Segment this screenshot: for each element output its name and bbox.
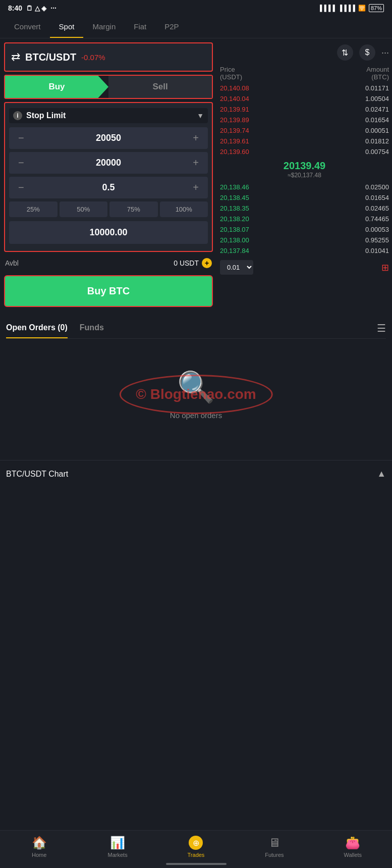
amount-header: Amount (BTC): [366, 66, 389, 81]
ask-order-row: 20,139.740.00051: [220, 125, 389, 136]
ask-order-row: 20,139.610.01812: [220, 136, 389, 146]
status-icons: 🗒 △ ◈: [26, 5, 46, 12]
amount-plus-button[interactable]: +: [190, 182, 202, 193]
bid-order-row: 20,137.840.01041: [220, 245, 389, 256]
ask-amount: 0.01812: [365, 137, 389, 145]
bid-order-row: 20,138.000.95255: [220, 235, 389, 245]
chart-collapse-icon[interactable]: ▲: [377, 469, 386, 479]
nav-markets[interactable]: 📊 Markets: [97, 836, 138, 858]
pct-75-button[interactable]: 75%: [109, 201, 158, 217]
buy-btc-button[interactable]: Buy BTC: [4, 275, 213, 307]
bid-amount: 0.01041: [365, 247, 389, 254]
grid-view-icon[interactable]: ⊞: [381, 262, 389, 273]
chevron-down-icon: ▼: [197, 112, 204, 120]
nav-home[interactable]: 🏠 Home: [19, 836, 60, 858]
bid-order-row: 20,138.460.02500: [220, 182, 389, 192]
chart-title: BTC/USDT Chart: [6, 470, 68, 479]
bid-price: 20,138.35: [220, 205, 249, 212]
orderbook-header-icons: ⇅ $ ···: [220, 42, 389, 65]
limit-price-plus-button[interactable]: +: [190, 157, 202, 169]
nav-home-label: Home: [32, 852, 46, 858]
stop-price-input-row: − +: [9, 127, 208, 149]
ask-price: 20,140.04: [220, 95, 249, 103]
funds-tab[interactable]: Funds: [80, 318, 104, 338]
amount-minus-button[interactable]: −: [15, 182, 27, 193]
dollar-icon[interactable]: $: [359, 44, 375, 61]
pair-name: BTC/USDT: [25, 52, 76, 63]
amount-input[interactable]: [27, 182, 190, 193]
sell-tab[interactable]: Sell: [108, 76, 212, 98]
ask-orders: 20,140.080.0117120,140.041.0050420,139.9…: [220, 83, 389, 157]
price-header: Price (USDT): [220, 66, 242, 81]
more-options-icon[interactable]: ···: [381, 47, 389, 58]
more-icon: ···: [50, 4, 57, 12]
order-type-row[interactable]: i Stop Limit ▼: [9, 108, 208, 123]
nav-markets-label: Markets: [108, 852, 128, 858]
limit-price-input[interactable]: [27, 158, 190, 168]
ask-amount: 0.02471: [365, 106, 389, 113]
bid-order-row: 20,138.350.02465: [220, 203, 389, 214]
ask-order-row: 20,140.080.01171: [220, 83, 389, 93]
add-funds-button[interactable]: +: [202, 258, 212, 268]
bid-amount: 0.00053: [365, 226, 389, 233]
pair-header[interactable]: ⇄ BTC/USDT -0.07%: [4, 42, 213, 72]
ask-amount: 0.00754: [365, 148, 389, 156]
tab-margin[interactable]: Margin: [83, 16, 125, 38]
orders-filter-icon[interactable]: ☰: [377, 322, 386, 334]
order-type-text: Stop Limit: [26, 111, 66, 120]
buy-tab[interactable]: Buy: [5, 76, 108, 98]
signal-icon-2: ▐▐▐▐: [338, 5, 355, 12]
mid-price-sub: ≈$20,137.48: [220, 172, 389, 179]
amount-input-row: − +: [9, 177, 208, 198]
pct-25-button[interactable]: 25%: [9, 201, 58, 217]
bid-order-row: 20,138.070.00053: [220, 224, 389, 235]
tab-convert[interactable]: Convert: [5, 16, 50, 38]
tab-spot[interactable]: Spot: [50, 16, 84, 38]
orderbook-column-headers: Price (USDT) Amount (BTC): [220, 65, 389, 83]
bid-amount: 0.02500: [365, 183, 389, 191]
bid-amount: 0.74465: [365, 215, 389, 223]
stop-price-minus-button[interactable]: −: [15, 132, 27, 144]
ask-price: 20,139.89: [220, 116, 249, 124]
pct-50-button[interactable]: 50%: [60, 201, 108, 217]
battery-level: 87: [371, 5, 377, 11]
tab-p2p[interactable]: P2P: [155, 16, 188, 38]
percentage-row: 25% 50% 75% 100%: [9, 201, 208, 217]
top-nav: Convert Spot Margin Fiat P2P: [0, 16, 392, 38]
pair-change: -0.07%: [81, 53, 105, 62]
empty-state: 🔍 © Blogtienao.com No open orders: [6, 339, 386, 450]
nav-wallets[interactable]: 👛 Wallets: [332, 836, 373, 858]
nav-trades-label: Trades: [188, 852, 205, 858]
book-size-select[interactable]: 0.01 0.1 1: [220, 260, 253, 275]
stop-price-input[interactable]: [27, 133, 190, 143]
mid-price-display: 20139.49 ≈$20,137.48: [220, 157, 389, 182]
time-display: 8:40: [8, 4, 22, 12]
buy-sell-tabs: Buy Sell: [4, 75, 213, 99]
pct-100-button[interactable]: 100%: [160, 201, 208, 217]
orders-tabs: Open Orders (0) Funds ☰: [6, 312, 386, 339]
limit-price-minus-button[interactable]: −: [15, 157, 27, 169]
stop-price-plus-button[interactable]: +: [190, 132, 202, 144]
ask-order-row: 20,139.600.00754: [220, 146, 389, 157]
right-panel-icons: ⇅ $ ···: [337, 44, 389, 61]
chart-settings-icon[interactable]: ⇅: [337, 44, 353, 61]
ask-price: 20,139.61: [220, 137, 249, 145]
status-time: 8:40 🗒 △ ◈ ···: [8, 4, 57, 12]
info-icon: i: [13, 111, 22, 120]
ask-order-row: 20,139.910.02471: [220, 104, 389, 115]
tab-fiat[interactable]: Fiat: [125, 16, 155, 38]
limit-price-input-row: − +: [9, 152, 208, 174]
ask-amount: 0.01654: [365, 116, 389, 124]
bid-amount: 0.01654: [365, 194, 389, 201]
wifi-icon: 🛜: [358, 5, 366, 12]
book-controls: 0.01 0.1 1 ⊞: [220, 260, 389, 275]
signal-icon: ▐▐▐▐: [318, 5, 335, 12]
ask-price: 20,139.74: [220, 127, 249, 134]
swap-icon: ⇄: [11, 50, 20, 64]
ask-amount: 1.00504: [365, 95, 389, 103]
ask-amount: 0.01171: [365, 84, 389, 92]
nav-futures[interactable]: 🖥 Futures: [254, 836, 295, 858]
nav-trades[interactable]: ⊕ Trades: [176, 836, 216, 858]
open-orders-tab[interactable]: Open Orders (0): [6, 318, 68, 338]
markets-icon: 📊: [110, 836, 125, 850]
